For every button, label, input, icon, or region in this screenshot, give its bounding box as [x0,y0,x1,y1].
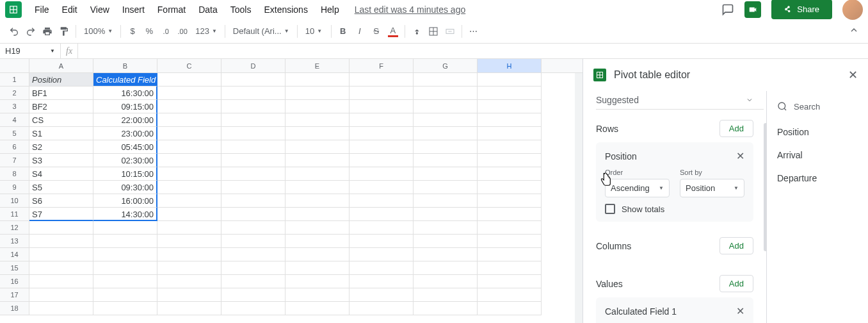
cell[interactable] [29,275,93,288]
col-header-d[interactable]: D [221,59,285,72]
cell[interactable] [478,275,542,288]
font-dropdown[interactable]: Default (Ari...▼ [229,24,293,39]
cell[interactable]: BF1 [29,87,93,100]
cell[interactable] [350,154,414,167]
cell[interactable] [350,73,414,87]
cell[interactable]: S1 [29,127,93,140]
cell[interactable] [478,73,542,87]
cell[interactable]: 14:30:00 [93,208,157,221]
cell[interactable] [350,167,414,181]
cell[interactable] [157,302,221,315]
cell[interactable]: 10:15:00 [93,167,157,181]
cell[interactable]: S7 [29,208,93,221]
spreadsheet-grid[interactable]: A B C D E F G H 1PositionCalculated Fiel… [0,59,583,323]
cell[interactable] [350,288,414,302]
borders-button[interactable] [426,24,441,39]
cell[interactable] [478,194,542,208]
name-box[interactable]: H19▼ [0,44,61,58]
col-header-f[interactable]: F [350,59,414,72]
cell[interactable] [478,208,542,221]
bold-button[interactable]: B [335,24,351,39]
row-header[interactable]: 5 [0,127,29,140]
row-header[interactable]: 12 [0,221,29,235]
menu-data[interactable]: Data [193,2,223,17]
field-departure[interactable]: Departure [777,167,858,190]
col-header-e[interactable]: E [285,59,350,72]
cell[interactable] [478,181,542,194]
cell[interactable] [221,167,285,181]
cell[interactable] [221,288,285,302]
cell[interactable] [157,235,221,248]
cell[interactable] [350,127,414,140]
cell[interactable] [414,248,478,261]
row-header[interactable]: 15 [0,261,29,275]
cell[interactable] [478,235,542,248]
cell[interactable] [414,288,478,302]
values-add-button[interactable]: Add [719,275,753,292]
rows-add-button[interactable]: Add [719,120,753,137]
menu-format[interactable]: Format [152,2,191,17]
cell[interactable] [93,248,157,261]
cell[interactable] [221,87,285,100]
text-color-button[interactable]: A [385,24,401,39]
row-header[interactable]: 16 [0,275,29,288]
cell[interactable] [157,288,221,302]
cell[interactable] [285,100,350,113]
col-header-h[interactable]: H [478,59,542,72]
row-header[interactable]: 7 [0,154,29,167]
cell[interactable] [285,221,350,235]
cell[interactable] [285,248,350,261]
cell[interactable] [350,302,414,315]
cell[interactable] [350,235,414,248]
cell[interactable] [285,181,350,194]
cell[interactable]: 09:30:00 [93,181,157,194]
cell[interactable] [157,87,221,100]
cell[interactable] [414,73,478,87]
row-header[interactable]: 1 [0,73,29,87]
cell[interactable] [414,275,478,288]
cell[interactable] [414,127,478,140]
merge-button[interactable] [442,24,458,39]
cell[interactable] [221,275,285,288]
col-header-a[interactable]: A [29,59,93,72]
font-size-dropdown[interactable]: 10▼ [301,24,327,39]
cell[interactable] [414,140,478,154]
cell[interactable] [285,302,350,315]
user-avatar[interactable] [842,0,863,20]
more-formats-dropdown[interactable]: 123▼ [191,24,221,39]
row-header[interactable]: 11 [0,208,29,221]
row-header[interactable]: 6 [0,140,29,154]
cell[interactable] [157,140,221,154]
cell[interactable]: S4 [29,167,93,181]
cell[interactable] [221,127,285,140]
sheet-scrollbar[interactable] [575,73,583,323]
cell[interactable] [414,167,478,181]
cell[interactable] [414,235,478,248]
cell[interactable] [350,140,414,154]
menu-edit[interactable]: Edit [57,2,83,17]
sheets-logo-icon[interactable] [5,1,22,18]
cell[interactable]: 23:00:00 [93,127,157,140]
cell[interactable] [221,302,285,315]
cell[interactable] [414,154,478,167]
editor-scrollbar[interactable] [764,123,766,251]
menu-insert[interactable]: Insert [117,2,150,17]
italic-button[interactable]: I [352,24,367,39]
cell[interactable] [478,100,542,113]
row-header[interactable]: 18 [0,302,29,315]
cell[interactable] [157,113,221,127]
cell[interactable] [350,100,414,113]
last-edit-link[interactable]: Last edit was 4 minutes ago [355,4,466,15]
card-remove-button[interactable]: ✕ [736,150,744,162]
cell[interactable]: 22:00:00 [93,113,157,127]
comment-history-icon[interactable] [721,3,734,16]
cell[interactable] [285,275,350,288]
col-header-b[interactable]: B [93,59,157,72]
cell[interactable]: 16:30:00 [93,87,157,100]
cell[interactable] [157,100,221,113]
cell[interactable]: S3 [29,154,93,167]
cell[interactable] [221,248,285,261]
cell[interactable] [93,261,157,275]
cell[interactable]: CS [29,113,93,127]
row-header[interactable]: 13 [0,235,29,248]
